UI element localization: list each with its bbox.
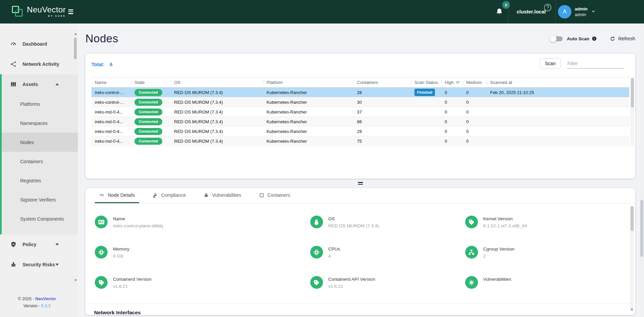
table-row[interactable]: ireks-md-0-4...ConnectedRED OS MUROM (7.…	[91, 107, 629, 117]
tab-containers[interactable]: Containers	[254, 188, 295, 203]
auto-scan-toggle[interactable]	[551, 36, 563, 41]
cell-state: Connected	[131, 136, 171, 146]
panel-resize-handle[interactable]	[358, 182, 363, 185]
column-header-medium[interactable]: Medium	[463, 78, 487, 88]
sidebar-item-namespaces[interactable]: Namespaces	[2, 114, 78, 133]
tab-vulnerabilities[interactable]: Vulnerabilities	[199, 188, 246, 203]
scroll-down-icon[interactable]	[631, 309, 633, 311]
sidebar-item-security-risks[interactable]: Security Risks	[0, 255, 78, 275]
cell-name: ireks-md-0-4...	[91, 107, 131, 117]
column-header-high[interactable]: High	[441, 78, 463, 88]
cell-containers: 75	[354, 136, 411, 146]
cell-medium: 0	[463, 88, 487, 97]
details-scrollbar[interactable]	[630, 206, 634, 312]
cell-medium: 0	[463, 97, 487, 107]
filter-input[interactable]	[567, 59, 625, 69]
sidebar-item-dashboard[interactable]: Dashboard	[0, 34, 78, 54]
notifications-button[interactable]: 0	[493, 0, 510, 24]
refresh-button[interactable]: Refresh	[610, 36, 635, 42]
cell-platform: Kubernetes-Rancher	[263, 107, 354, 117]
help-icon[interactable]	[543, 3, 552, 13]
main-scrollbar-thumb[interactable]	[640, 200, 643, 257]
user-menu[interactable]: A admin admin	[558, 0, 596, 24]
cell-medium: 0	[463, 136, 487, 146]
sidebar-item-system-components[interactable]: System Components	[2, 209, 78, 228]
cell-high: 0	[441, 97, 463, 107]
nodes-table: NameStateOSPlatformContainersScan Status…	[91, 77, 629, 146]
field-memory: Memory8 GB	[95, 246, 310, 265]
version-link[interactable]: 5.3.3	[41, 304, 51, 308]
hierarchy-icon	[465, 246, 478, 259]
column-header-platform[interactable]: Platform	[263, 78, 354, 88]
cell-high: 0	[441, 117, 463, 127]
cluster-name[interactable]: cluster.local	[517, 9, 546, 14]
cell-state: Connected	[131, 127, 171, 136]
tab-compliance[interactable]: Compliance	[148, 188, 190, 203]
column-header-os[interactable]: OS	[171, 78, 263, 88]
field-kernel-version: Kernel Version6.1.52-1.el7.3.x86_64	[465, 216, 615, 234]
column-header-scan-status[interactable]: Scan Status	[411, 78, 441, 88]
column-header-scanned-at[interactable]: Scanned at	[487, 78, 629, 88]
sidebar-item-nodes[interactable]: Nodes	[2, 133, 78, 152]
sidebar-item-network-activity[interactable]: Network Activity	[0, 54, 78, 74]
column-header-name[interactable]: Name	[91, 78, 131, 88]
state-badge: Connected	[134, 128, 162, 135]
cell-os: RED OS MUROM (7.3.4)	[171, 117, 263, 127]
toggle-knob	[550, 35, 557, 42]
scroll-up-icon[interactable]	[74, 33, 77, 35]
column-header-containers[interactable]: Containers	[354, 78, 411, 88]
header-divider	[508, 0, 509, 24]
neuvector-link[interactable]: NeuVector	[35, 297, 56, 301]
state-badge: Connected	[134, 89, 162, 96]
scan-button[interactable]: Scan	[539, 58, 561, 69]
sidebar-item-containers[interactable]: Containers	[2, 152, 78, 171]
cell-name: ireks-md-0-4...	[91, 117, 131, 127]
details-scrollbar-thumb[interactable]	[631, 206, 634, 231]
cell-platform: Kubernetes-Rancher	[263, 97, 354, 107]
details-tabs: Node DetailsComplianceVulnerabilitiesCon…	[85, 188, 635, 203]
bell-icon	[495, 8, 503, 17]
app-logo[interactable]: NeuVector BY SUSE	[11, 5, 66, 17]
cell-state: Connected	[131, 88, 171, 97]
brand-byline: BY SUSE	[48, 14, 66, 17]
cell-medium: 0	[463, 107, 487, 117]
sidebar-item-policy[interactable]: Policy	[0, 234, 78, 255]
cell-high: 0	[441, 107, 463, 117]
field-containerd-api-version: Containerd API Versionv1.6.21	[310, 276, 465, 295]
table-row[interactable]: ireks-md-0-4...ConnectedRED OS MUROM (7.…	[91, 117, 629, 127]
sidebar-item-assets[interactable]: Assets	[2, 74, 78, 94]
chevron-down-icon	[591, 9, 596, 15]
scan-status-badge: Finished	[414, 89, 435, 96]
table-row[interactable]: ireks-control-...ConnectedRED OS MUROM (…	[91, 88, 629, 97]
table-row[interactable]: ireks-md-0-4...ConnectedRED OS MUROM (7.…	[91, 136, 629, 146]
state-badge: Connected	[134, 118, 162, 125]
sidebar-scrollbar-thumb[interactable]	[74, 38, 77, 59]
table-row[interactable]: ireks-control-...ConnectedRED OS MUROM (…	[91, 97, 629, 107]
cell-os: RED OS MUROM (7.3.4)	[171, 127, 263, 136]
chip-icon	[310, 246, 323, 259]
sidebar-scrollbar[interactable]	[74, 33, 77, 281]
cell-scan_status	[411, 97, 441, 107]
nodes-table-card: Total:6 Scan NameStateOSPlatformContaine…	[85, 54, 635, 179]
sidebar: DashboardNetwork ActivityAssetsPlatforms…	[0, 24, 78, 317]
cell-scanned_at	[487, 127, 629, 136]
cell-high: 0	[441, 136, 463, 146]
gavel-icon	[152, 192, 158, 198]
cell-platform: Kubernetes-Rancher	[263, 127, 354, 136]
info-icon[interactable]	[592, 36, 597, 41]
sidebar-item-platforms[interactable]: Platforms	[2, 94, 78, 114]
sidebar-item-sigstore-verifiers[interactable]: Sigstore Verifiers	[2, 190, 78, 209]
state-badge: Connected	[134, 99, 162, 106]
column-header-state[interactable]: State	[131, 78, 171, 88]
tab-node-details[interactable]: Node Details	[95, 188, 139, 203]
table-scrollbar[interactable]	[630, 77, 634, 146]
main-scrollbar[interactable]	[640, 24, 644, 317]
scroll-down-icon[interactable]	[74, 279, 77, 281]
menu-toggle-button[interactable]	[68, 8, 76, 15]
table-row[interactable]: ireks-md-0-4...ConnectedRED OS MUROM (7.…	[91, 127, 629, 136]
refresh-label: Refresh	[618, 36, 635, 41]
sidebar-item-registries[interactable]: Registries	[2, 171, 78, 190]
cell-scanned_at	[487, 117, 629, 127]
user-name: admin	[575, 7, 588, 11]
table-scrollbar-thumb[interactable]	[631, 78, 634, 107]
